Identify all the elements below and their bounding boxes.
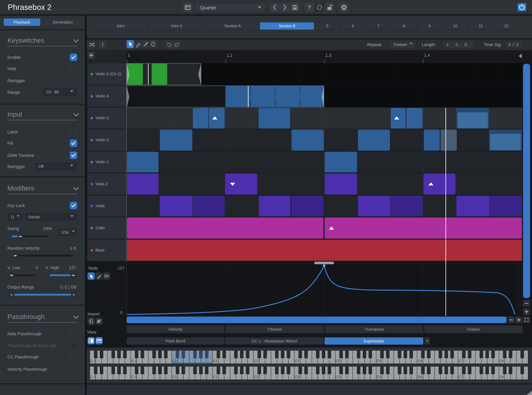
svg-text:C3: C3 bbox=[295, 359, 299, 363]
svg-text:C2: C2 bbox=[254, 375, 258, 379]
svg-text:C5: C5 bbox=[377, 375, 381, 379]
svg-text:C4: C4 bbox=[336, 359, 340, 363]
svg-text:C0: C0 bbox=[172, 375, 177, 379]
svg-text:C0: C0 bbox=[172, 359, 177, 363]
svg-text:C8: C8 bbox=[499, 375, 504, 379]
svg-text:C2: C2 bbox=[254, 359, 258, 363]
svg-text:C7: C7 bbox=[458, 359, 463, 363]
svg-text:C-2: C-2 bbox=[90, 359, 96, 363]
svg-text:C4: C4 bbox=[336, 375, 340, 379]
svg-text:C-1: C-1 bbox=[131, 359, 137, 363]
svg-text:C1: C1 bbox=[213, 375, 217, 379]
svg-text:C-2: C-2 bbox=[90, 375, 96, 379]
svg-text:C6: C6 bbox=[418, 375, 422, 379]
svg-text:C8: C8 bbox=[499, 359, 504, 363]
svg-text:C6: C6 bbox=[418, 359, 422, 363]
svg-text:C3: C3 bbox=[295, 375, 299, 379]
svg-text:C7: C7 bbox=[458, 375, 463, 379]
svg-text:C-1: C-1 bbox=[131, 375, 137, 379]
svg-text:C5: C5 bbox=[377, 359, 381, 363]
svg-text:C1: C1 bbox=[213, 359, 217, 363]
